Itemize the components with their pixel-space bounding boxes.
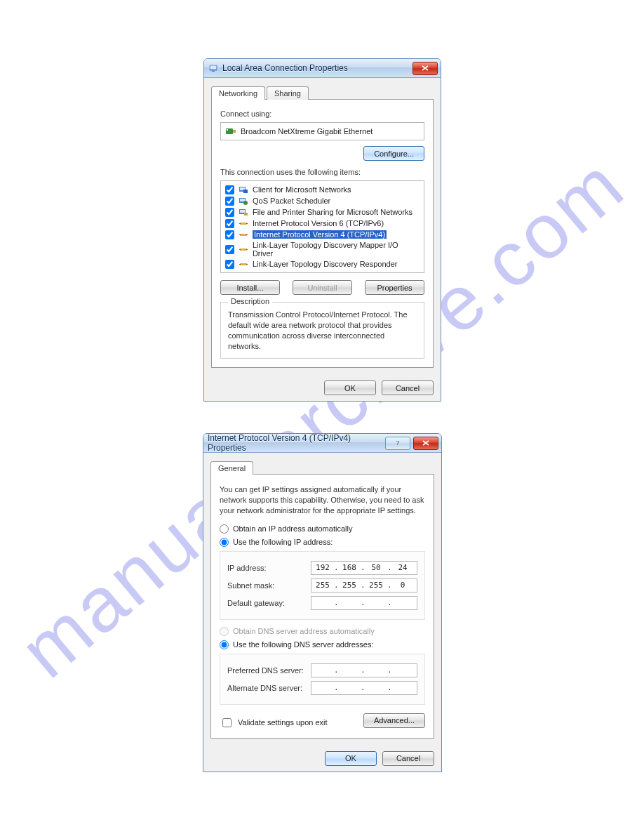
- properties-button[interactable]: Properties: [365, 280, 424, 295]
- svg-text:?: ?: [396, 439, 399, 446]
- tab-networking[interactable]: Networking: [211, 86, 265, 100]
- dialog-title: Internet Protocol Version 4 (TCP/IPv4) P…: [208, 433, 382, 453]
- svg-rect-5: [227, 129, 228, 131]
- close-button[interactable]: [413, 437, 438, 450]
- item-checkbox[interactable]: [225, 260, 234, 269]
- dot: .: [334, 666, 338, 675]
- ip-octet[interactable]: 24: [391, 563, 414, 572]
- default-gateway-field[interactable]: ...: [311, 596, 417, 610]
- adapter-box[interactable]: Broadcom NetXtreme Gigabit Ethernet: [220, 122, 424, 140]
- dot: .: [387, 598, 391, 607]
- description-group: Description Transmission Control Protoco…: [220, 302, 424, 359]
- preferred-dns-field[interactable]: ...: [311, 663, 417, 677]
- item-checkbox[interactable]: [225, 208, 234, 217]
- validate-checkbox-row[interactable]: Validate settings upon exit: [220, 716, 328, 729]
- configure-button[interactable]: Configure...: [363, 146, 424, 161]
- install-button[interactable]: Install...: [220, 280, 280, 295]
- tab-sharing[interactable]: Sharing: [267, 86, 309, 100]
- connection-item[interactable]: Client for Microsoft Networks: [224, 184, 421, 195]
- protocol-icon: [239, 230, 248, 239]
- connection-item[interactable]: Internet Protocol Version 6 (TCP/IPv6): [224, 218, 421, 229]
- description-text: Transmission Control Protocol/Internet P…: [228, 310, 417, 351]
- svg-rect-8: [243, 190, 248, 193]
- alternate-dns-field[interactable]: ...: [311, 681, 417, 695]
- dot: .: [361, 683, 365, 692]
- ip-fields-group: IP address: 192.168.50.24 Subnet mask: 2…: [220, 551, 425, 620]
- svg-rect-4: [233, 130, 236, 133]
- validate-checkbox[interactable]: [222, 718, 232, 727]
- description-title: Description: [228, 297, 272, 305]
- ok-button[interactable]: OK: [324, 380, 376, 395]
- cancel-button[interactable]: Cancel: [382, 380, 434, 395]
- ip-octet[interactable]: 255: [338, 581, 361, 590]
- advanced-button[interactable]: Advanced...: [363, 713, 425, 728]
- dot: .: [361, 598, 365, 607]
- ok-button[interactable]: OK: [325, 751, 377, 766]
- titlebar[interactable]: Local Area Connection Properties: [204, 59, 441, 78]
- radio-ip-manual[interactable]: Use the following IP address:: [220, 538, 425, 547]
- connection-item[interactable]: QoS Packet Scheduler: [224, 195, 421, 206]
- dialog-ipv4-properties: Internet Protocol Version 4 (TCP/IPv4) P…: [203, 433, 442, 772]
- ip-octet[interactable]: 168: [338, 563, 361, 572]
- item-checkbox[interactable]: [225, 245, 234, 254]
- connection-item[interactable]: Internet Protocol Version 4 (TCP/IPv4): [224, 229, 421, 240]
- radio-dns-manual-input[interactable]: [220, 640, 229, 649]
- item-label: Internet Protocol Version 4 (TCP/IPv4): [253, 230, 387, 239]
- subnet-mask-field[interactable]: 255.255.255.0: [311, 578, 417, 593]
- radio-ip-auto-input[interactable]: [220, 524, 229, 534]
- tab-panel-networking: Connect using: Broadcom NetXtreme Gigabi…: [211, 99, 434, 368]
- svg-point-11: [243, 201, 248, 205]
- item-label: QoS Packet Scheduler: [253, 197, 330, 205]
- item-label: Link-Layer Topology Discovery Mapper I/O…: [253, 241, 420, 258]
- adapter-name: Broadcom NetXtreme Gigabit Ethernet: [241, 127, 373, 135]
- titlebar[interactable]: Internet Protocol Version 4 (TCP/IPv4) P…: [203, 434, 441, 453]
- connection-item[interactable]: File and Printer Sharing for Microsoft N…: [224, 206, 421, 218]
- ip-octet[interactable]: 192: [311, 563, 334, 572]
- item-label: Client for Microsoft Networks: [253, 185, 351, 194]
- alt-dns-label: Alternate DNS server:: [227, 684, 311, 692]
- radio-dns-manual-label: Use the following DNS server addresses:: [233, 640, 374, 649]
- cancel-button[interactable]: Cancel: [382, 751, 434, 766]
- close-button[interactable]: [412, 62, 438, 75]
- item-checkbox[interactable]: [225, 219, 234, 228]
- radio-dns-manual[interactable]: Use the following DNS server addresses:: [220, 640, 425, 649]
- tab-general[interactable]: General: [210, 461, 253, 475]
- svg-rect-2: [212, 71, 215, 72]
- svg-rect-25: [239, 264, 241, 265]
- dialog-title: Local Area Connection Properties: [222, 63, 410, 73]
- tab-panel-general: You can get IP settings assigned automat…: [210, 474, 434, 739]
- ip-address-field[interactable]: 192.168.50.24: [311, 561, 417, 575]
- items-label: This connection uses the following items…: [220, 168, 424, 176]
- connect-using-label: Connect using:: [220, 110, 424, 118]
- svg-rect-22: [239, 249, 241, 250]
- item-checkbox[interactable]: [225, 197, 234, 206]
- dot: .: [387, 666, 391, 675]
- ip-octet[interactable]: 50: [365, 563, 387, 572]
- svg-rect-26: [246, 264, 248, 265]
- dot: .: [387, 683, 391, 692]
- connection-item[interactable]: Link-Layer Topology Discovery Responder: [224, 258, 421, 270]
- item-checkbox[interactable]: [225, 230, 234, 239]
- radio-dns-auto-input: [220, 627, 229, 636]
- radio-dns-auto-label: Obtain DNS server address automatically: [233, 627, 375, 635]
- help-button[interactable]: ?: [385, 437, 410, 450]
- radio-ip-manual-input[interactable]: [220, 538, 229, 547]
- ip-octet[interactable]: 255: [311, 581, 334, 590]
- items-listbox[interactable]: Client for Microsoft NetworksQoS Packet …: [220, 180, 424, 273]
- radio-dns-auto: Obtain DNS server address automatically: [220, 627, 425, 636]
- item-checkbox[interactable]: [225, 185, 234, 194]
- dot: .: [334, 683, 338, 692]
- svg-rect-16: [239, 223, 241, 224]
- protocol-icon: [239, 196, 248, 206]
- ip-octet[interactable]: 255: [365, 581, 387, 590]
- connection-item[interactable]: Link-Layer Topology Discovery Mapper I/O…: [224, 240, 421, 258]
- svg-rect-20: [246, 234, 248, 235]
- ip-address-label: IP address:: [227, 564, 311, 572]
- intro-note: You can get IP settings assigned automat…: [220, 484, 425, 516]
- svg-rect-23: [246, 249, 248, 250]
- ip-octet[interactable]: 0: [391, 581, 414, 590]
- radio-ip-auto-label: Obtain an IP address automatically: [233, 524, 352, 533]
- protocol-icon: [239, 244, 248, 254]
- uninstall-button[interactable]: Uninstall: [293, 280, 352, 295]
- radio-ip-auto[interactable]: Obtain an IP address automatically: [220, 524, 425, 534]
